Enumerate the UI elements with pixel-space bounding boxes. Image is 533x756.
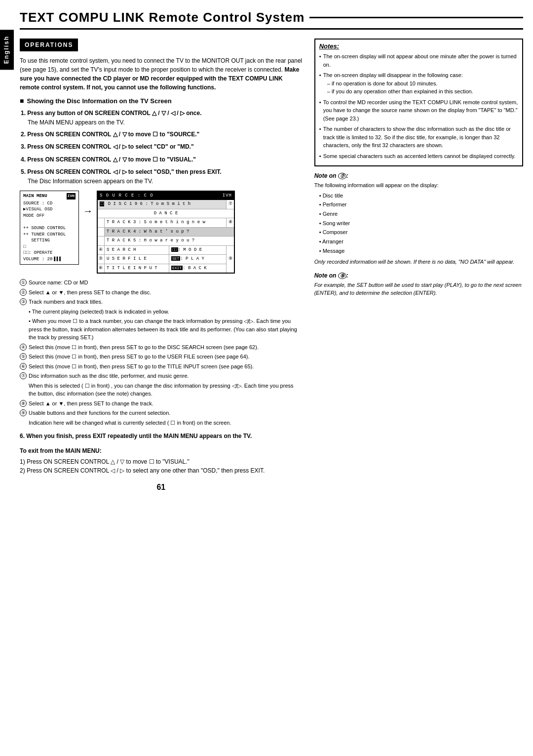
annot-sub-3a: • The current playing (selected) track i…	[20, 308, 303, 316]
step-3: 3. Press ON SCREEN CONTROL ◁ / ▷ to sele…	[20, 142, 303, 152]
annot-text-5: Select this (move ☐ in front), then pres…	[29, 353, 303, 361]
step-1-sub: The MAIN MENU appears on the TV.	[21, 118, 303, 127]
note-sub-2b: – if you do any operation other than exp…	[323, 87, 518, 96]
right-column: Notes: The on-screen display will not ap…	[314, 39, 523, 492]
step-6-box: 6. When you finish, press EXIT repeatedl…	[20, 432, 303, 441]
osd-userfile-row: ⑤ U S E R F I L E	[98, 255, 169, 264]
mm-line-8: □□: OPERATE	[23, 250, 76, 256]
osd-dance-text: D A N C E	[98, 209, 234, 218]
annotations-list: ① Source name: CD or MD ② Select ▲ or ▼,…	[20, 279, 303, 427]
screen-diagram: MAIN MENU IVH SOURCE : CD ▶VISUAL OSD MO…	[20, 191, 303, 274]
mm-line-6: SETTING	[23, 238, 76, 244]
note-on-9-box: Note on ⑨: For example, the SET button w…	[314, 272, 523, 297]
annot-7: ⑦ Disc information such as the disc titl…	[20, 372, 303, 380]
annot-1: ① Source name: CD or MD	[20, 279, 303, 287]
osd-disc-row: □ D I S C 1 9 6 : T o m S m i t h ⑦	[98, 200, 234, 209]
osd-dance-row: D A N C E	[98, 209, 234, 219]
annot-9: ⑨ Usable buttons and their functions for…	[20, 409, 303, 417]
exit-title: To exit from the MAIN MENU:	[20, 446, 303, 456]
mm-line-3: MODE OFF	[23, 213, 76, 219]
step-2-text: Press ON SCREEN CONTROL △ / ▽ to move ☐ …	[27, 131, 199, 138]
note-7-item-2: Performer	[319, 200, 523, 209]
annot-circle-9: ⑨	[20, 409, 27, 416]
annot-text-3: Track numbers and track titles.	[29, 298, 303, 306]
annot-circle-6: ⑥	[20, 363, 27, 370]
annot-text-9: Usable buttons and their functions for t…	[29, 409, 303, 417]
note-item-5: Some special characters such as accented…	[319, 152, 518, 160]
annot-text-8: Select ▲ or ▼, then press SET to change …	[29, 399, 303, 408]
annot-text-4: Select this (move ☐ in front), then pres…	[29, 343, 303, 352]
step-5-text: Press ON SCREEN CONTROL ◁ / ▷ to select …	[27, 168, 221, 175]
annot-circle-5: ⑤	[20, 353, 27, 360]
osd-set-btn: SET	[171, 256, 180, 261]
annot-3: ③ Track numbers and track titles.	[20, 298, 303, 306]
annot-circle-1: ①	[20, 279, 27, 286]
osd-disc-indicator: □	[100, 201, 104, 206]
steps-list: 1. Press any button of ON SCREEN CONTROL…	[20, 109, 303, 186]
language-tab: English	[0, 30, 14, 70]
page-title-area: TEXT COMPU LINK Remote Control System	[20, 10, 523, 30]
note-on-7-circle: ⑦	[338, 173, 346, 179]
step-2: 2. Press ON SCREEN CONTROL △ / ▽ to move…	[20, 130, 303, 139]
osd-search-row: ④ S E A R C H	[98, 246, 169, 255]
osd-track-row-5: T R A C K 5 : H o w a r e y o u ?	[98, 237, 234, 246]
annot-text-6: Select this (move ☐ in front), then pres…	[29, 362, 303, 371]
mm-line-7: □	[23, 244, 76, 250]
annot-text-1: Source name: CD or MD	[29, 279, 303, 287]
osd-exit-btn: EXIT	[171, 266, 183, 270]
notes-title: Notes:	[319, 42, 518, 50]
mm-line-9: VOLUME : 20▐▐▐	[23, 256, 76, 263]
osd-mode-text: □□: M O D E	[169, 246, 226, 255]
notes-box: Notes: The on-screen display will not ap…	[314, 39, 523, 166]
osd-track-row-3: T R A C K 3 : S o m e t h i n g n e w ⑧	[98, 218, 234, 228]
osd-row-num-8: ⑧	[226, 218, 234, 227]
step-3-text: Press ON SCREEN CONTROL ◁ / ▷ to select …	[27, 143, 193, 150]
osd-disc-text: D I S C 1 9 6 : T o m S m i t h	[108, 201, 190, 206]
mm-spacer	[23, 219, 76, 225]
operations-label: OPERATIONS	[20, 39, 78, 51]
note-item-1: The on-screen display will not appear ab…	[319, 52, 518, 69]
note-7-item-6: Arranger	[319, 237, 523, 246]
exit-section: To exit from the MAIN MENU: 1) Press ON …	[20, 446, 303, 475]
note-on-9-text: For example, the SET button will be used…	[314, 281, 523, 297]
main-menu-title: MAIN MENU IVH	[23, 193, 76, 199]
page-number: 61	[20, 483, 303, 492]
note-on-7-footer: Only recorded information will be shown.…	[314, 258, 523, 266]
osd-search-text: S E A R C H	[105, 246, 138, 255]
note-item-2: The on-screen display will disappear in …	[319, 71, 518, 96]
intro-paragraph-1: To use this remote control system, you n…	[20, 56, 303, 92]
step-1-text: Press any button of ON SCREEN CONTROL △ …	[27, 110, 201, 117]
main-menu-box: MAIN MENU IVH SOURCE : CD ▶VISUAL OSD MO…	[20, 191, 79, 265]
step-5-sub: The Disc Information screen appears on t…	[21, 177, 303, 186]
annot-text-2: Select ▲ or ▼, then press SET to change …	[29, 288, 303, 297]
annot-circle-4: ④	[20, 344, 27, 351]
annot-circle-3: ③	[20, 298, 27, 305]
note-on-9-title: Note on ⑨:	[314, 272, 523, 279]
page-title: TEXT COMPU LINK Remote Control System	[20, 10, 305, 25]
step-4-text: Press ON SCREEN CONTROL △ / ▽ to move ☐ …	[27, 156, 196, 163]
osd-titleinput-row: ⑥ T I T L E I N P U T	[98, 264, 169, 273]
exit-step-1: 1) Press ON SCREEN CONTROL △ / ▽ to move…	[20, 457, 303, 466]
annot-circle-7: ⑦	[20, 372, 27, 379]
step-6-text: When you finish, press EXIT repeatedly u…	[26, 433, 252, 439]
step-1: 1. Press any button of ON SCREEN CONTROL…	[20, 109, 303, 127]
note-7-item-5: Composer	[319, 228, 523, 237]
osd-titleinput-text: T I T L E I N P U T	[105, 264, 159, 273]
annot-circle-8: ⑧	[20, 400, 27, 407]
step-5: 5. Press ON SCREEN CONTROL ◁ / ▷ to sele…	[20, 167, 303, 186]
note-on-7-title: Note on ⑦:	[314, 172, 523, 179]
osd-userfile-text: U S E R F I L E	[105, 255, 149, 264]
note-item-4: The number of characters to show the dis…	[319, 125, 518, 150]
osd-right-commands: □□: M O D E SET: P L A Y EXIT: B A C K	[169, 246, 226, 273]
mm-line-4: ++ SOUND CONTROL	[23, 225, 76, 232]
osd-row-num-7: ⑦	[226, 200, 234, 209]
mm-line-5: ++ TUNER CONTROL	[23, 232, 76, 238]
osd-track-3: T R A C K 3 : S o m e t h i n g n e w	[105, 218, 226, 227]
osd-track-4: T R A C K 4 : W h a t ' s u p ?	[105, 228, 234, 237]
annot-6: ⑥ Select this (move ☐ in front), then pr…	[20, 362, 303, 371]
arrow-right-icon: →	[83, 191, 93, 217]
left-column: OPERATIONS To use this remote control sy…	[20, 39, 303, 492]
osd-track-5: T R A C K 5 : H o w a r e y o u ?	[105, 237, 234, 245]
osd-source-row: S O U R C E : C D IVH	[98, 192, 234, 200]
note-7-item-3: Genre	[319, 209, 523, 219]
